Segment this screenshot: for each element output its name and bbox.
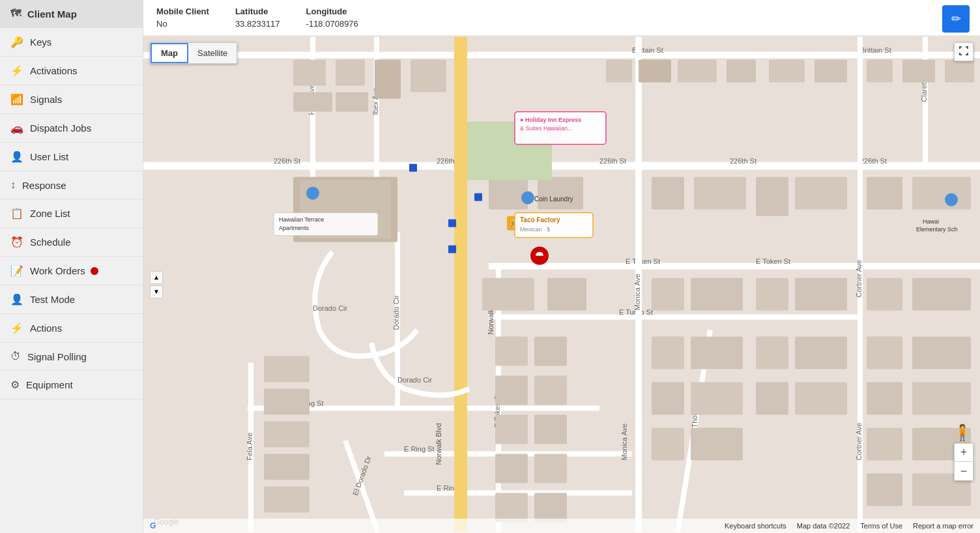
polling-icon: ⏱ xyxy=(10,351,21,362)
svg-text:Dorado Cir: Dorado Cir xyxy=(313,304,348,312)
svg-rect-58 xyxy=(769,60,805,83)
dispatch-icon: 🚗 xyxy=(10,122,23,134)
svg-rect-100 xyxy=(652,382,684,415)
svg-rect-98 xyxy=(756,337,788,369)
svg-text:E Token St: E Token St xyxy=(626,257,660,265)
equipment-icon: ⚙ xyxy=(10,379,20,391)
latitude-value: 33.8233117 xyxy=(235,19,280,29)
activation-icon: ⚡ xyxy=(10,65,23,77)
sidebar-item-label: Keys xyxy=(30,36,51,48)
svg-rect-97 xyxy=(691,337,743,369)
svg-rect-79 xyxy=(867,278,902,311)
svg-text:Taco Factory: Taco Factory xyxy=(520,216,560,223)
svg-text:226th St: 226th St xyxy=(860,157,887,165)
sidebar-item-signals[interactable]: 📶 Signals xyxy=(0,85,143,114)
svg-rect-89 xyxy=(534,376,567,405)
svg-rect-107 xyxy=(912,337,971,369)
map-data-link[interactable]: Map data ©2022 xyxy=(797,522,850,530)
svg-text:Fela Ave: Fela Ave xyxy=(246,433,253,461)
sidebar-item-activations[interactable]: ⚡ Activations xyxy=(0,57,143,85)
svg-rect-91 xyxy=(534,415,567,444)
sidebar-item-label: Actions xyxy=(30,323,62,334)
svg-text:226th St: 226th St xyxy=(274,157,300,165)
sidebar-item-signal-polling[interactable]: ⏱ Signal Polling xyxy=(0,343,143,371)
svg-text:Brittain St: Brittain St xyxy=(860,46,891,54)
svg-rect-80 xyxy=(912,278,971,311)
svg-rect-106 xyxy=(867,337,902,369)
sidebar-item-keys[interactable]: 🔑 Keys xyxy=(0,28,143,57)
svg-rect-115 xyxy=(409,164,417,172)
svg-rect-56 xyxy=(678,60,717,83)
map-button[interactable]: Map xyxy=(151,43,188,63)
edit-button[interactable]: ✏ xyxy=(942,5,970,33)
svg-rect-90 xyxy=(495,415,528,444)
svg-rect-51 xyxy=(411,60,446,93)
svg-rect-102 xyxy=(756,382,788,415)
svg-rect-78 xyxy=(795,278,847,311)
latitude-header: Latitude xyxy=(235,7,280,16)
svg-rect-117 xyxy=(448,220,456,227)
work-orders-badge xyxy=(91,267,98,275)
sidebar-item-client-map[interactable]: 🗺 Client Map xyxy=(0,0,143,28)
sidebar-item-label: Work Orders xyxy=(30,265,85,276)
svg-text:Hawai: Hawai xyxy=(923,218,939,225)
user-icon: 👤 xyxy=(10,151,23,163)
svg-rect-101 xyxy=(691,382,743,415)
sidebar-item-zone-list[interactable]: 📋 Zone List xyxy=(0,199,143,228)
sidebar-item-test-mode[interactable]: 👤 Test Mode xyxy=(0,285,143,314)
zoom-in-button[interactable]: + xyxy=(955,444,973,462)
sidebar-item-label: User List xyxy=(30,151,68,162)
sidebar-item-user-list[interactable]: 👤 User List xyxy=(0,143,143,171)
sidebar-item-dispatch-jobs[interactable]: 🚗 Dispatch Jobs xyxy=(0,114,143,143)
sidebar: 🗺 Client Map 🔑 Keys ⚡ Activations 📶 Sign… xyxy=(0,0,143,533)
actions-icon: ⚡ xyxy=(10,322,23,334)
response-icon: ↕ xyxy=(10,179,16,191)
report-link[interactable]: Report a map error xyxy=(913,522,973,530)
sidebar-item-schedule[interactable]: ⏰ Schedule xyxy=(0,228,143,257)
svg-rect-104 xyxy=(652,428,684,461)
pan-down-button[interactable]: ▼ xyxy=(150,285,163,298)
svg-rect-67 xyxy=(652,177,684,210)
svg-rect-69 xyxy=(756,177,788,216)
sidebar-item-actions[interactable]: ⚡ Actions xyxy=(0,314,143,343)
svg-text:Cortner Ave: Cortner Ave xyxy=(855,423,863,461)
fullscreen-button[interactable] xyxy=(954,42,973,61)
svg-rect-66 xyxy=(538,177,583,210)
svg-rect-62 xyxy=(945,60,974,83)
zoom-out-button[interactable]: − xyxy=(955,462,973,480)
map-type-controls: Map Satellite xyxy=(150,42,237,64)
map-background: Brittain St Brittain St 226th St 226th S… xyxy=(143,36,980,533)
sidebar-item-work-orders[interactable]: 📝 Work Orders xyxy=(0,257,143,285)
terms-link[interactable]: Terms of Use xyxy=(860,522,902,530)
fullscreen-icon xyxy=(958,46,969,56)
map-container[interactable]: Map Satellite ▲ ▼ 🧍 + − xyxy=(143,36,980,533)
svg-rect-85 xyxy=(264,487,310,513)
footer-links: Keyboard shortcuts Map data ©2022 Terms … xyxy=(719,522,973,530)
keyboard-shortcuts-link[interactable]: Keyboard shortcuts xyxy=(725,522,786,530)
svg-rect-99 xyxy=(795,337,847,369)
svg-rect-94 xyxy=(495,493,528,523)
sidebar-item-equipment[interactable]: ⚙ Equipment xyxy=(0,371,143,399)
svg-text:Elementary Sch: Elementary Sch xyxy=(916,226,958,233)
svg-text:Monica Ave: Monica Ave xyxy=(620,424,628,461)
sidebar-item-label: Test Mode xyxy=(30,294,75,305)
svg-text:Cortner Ave: Cortner Ave xyxy=(855,260,863,298)
svg-rect-75 xyxy=(652,278,684,311)
svg-text:Mexican · $: Mexican · $ xyxy=(520,226,550,233)
street-view-icon[interactable]: 🧍 xyxy=(953,424,972,442)
svg-rect-48 xyxy=(293,60,326,86)
svg-rect-74 xyxy=(547,278,586,311)
sidebar-item-response[interactable]: ↕ Response xyxy=(0,171,143,199)
sidebar-item-label: Signals xyxy=(30,94,62,105)
satellite-button[interactable]: Satellite xyxy=(188,43,237,63)
svg-text:226th St: 226th St xyxy=(730,157,757,165)
svg-rect-83 xyxy=(264,422,310,448)
latitude-col: Latitude 33.8233117 xyxy=(235,7,280,29)
svg-rect-118 xyxy=(448,246,456,253)
sidebar-item-label: Response xyxy=(22,180,66,191)
svg-rect-53 xyxy=(336,93,368,112)
pan-up-button[interactable]: ▲ xyxy=(150,271,163,284)
google-logo: G xyxy=(150,521,156,530)
mobile-client-col: Mobile Client No xyxy=(156,7,209,29)
svg-rect-76 xyxy=(691,278,743,311)
